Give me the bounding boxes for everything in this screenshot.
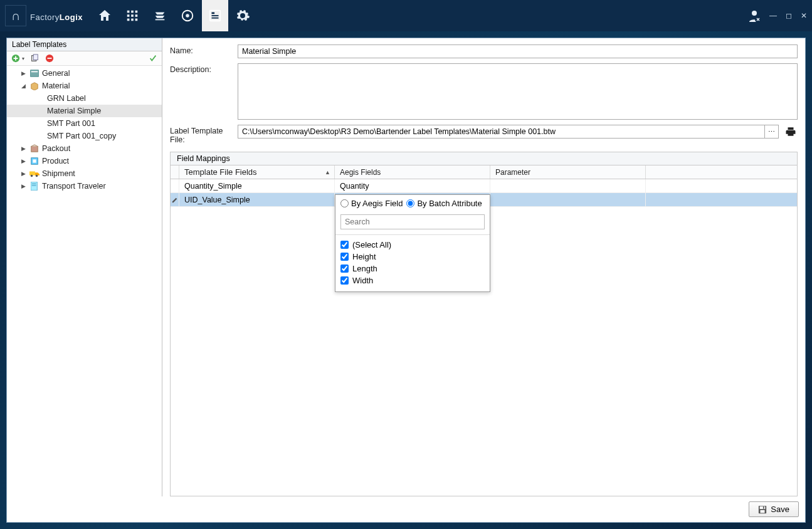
svg-rect-27 — [29, 171, 35, 175]
svg-rect-34 — [760, 506, 766, 508]
truck-icon — [29, 169, 40, 179]
tree-node[interactable]: ▶Transport Traveler — [7, 180, 162, 192]
tree-node[interactable]: ▶General — [7, 67, 162, 80]
tree-label: Transport Traveler — [42, 182, 106, 191]
tree-leaf[interactable]: Material Simple — [7, 105, 162, 117]
dropdown-option[interactable]: Length — [340, 263, 485, 275]
dropdown-option[interactable]: Width — [340, 275, 485, 286]
gear-icon[interactable] — [229, 0, 256, 31]
tree-label: Shipment — [42, 169, 75, 178]
description-input[interactable] — [238, 63, 798, 120]
svg-rect-3 — [127, 14, 130, 17]
check-icon[interactable] — [148, 53, 158, 63]
window-close[interactable]: ✕ — [801, 11, 807, 20]
parameter-cell[interactable] — [490, 193, 646, 206]
tree-node[interactable]: ▶Product — [7, 155, 162, 167]
target-icon[interactable] — [174, 0, 201, 31]
template-tree[interactable]: ▶General◢MaterialGRN LabelMaterial Simpl… — [7, 66, 162, 496]
dropdown-option[interactable]: Height — [340, 251, 485, 263]
template-field-cell[interactable]: UID_Value_Simple — [179, 193, 335, 206]
svg-rect-22 — [30, 70, 39, 77]
option-label: Width — [352, 276, 373, 285]
col-parameter[interactable]: Parameter — [490, 165, 646, 179]
left-panel-title: Label Templates — [7, 38, 162, 51]
pkg-icon — [29, 144, 40, 154]
save-button-label: Save — [771, 505, 789, 514]
add-icon[interactable] — [11, 53, 21, 63]
field-mappings: Field Mappings Template File Fields▲ Aeg… — [170, 152, 798, 496]
titlebar: ∩ FactoryLogix — ◻ ✕ — [0, 0, 812, 31]
tree-label: Material Simple — [47, 107, 101, 115]
tree-label: SMT Part 001 — [47, 119, 95, 128]
window-minimize[interactable]: — — [769, 11, 777, 20]
svg-rect-24 — [31, 147, 38, 152]
expander-icon[interactable]: ▶ — [19, 145, 27, 152]
radio-by-batch-attribute[interactable]: By Batch Attribute — [406, 199, 482, 208]
home-icon[interactable] — [92, 0, 118, 31]
col-aegis-fields[interactable]: Aegis Fields — [335, 165, 490, 179]
stack-icon[interactable] — [147, 0, 173, 31]
workspace: Label Templates ▾ ▶General◢MaterialGRN L… — [6, 38, 806, 523]
description-label: Description: — [170, 63, 238, 74]
expander-icon[interactable]: ◢ — [19, 83, 27, 89]
svg-rect-32 — [32, 185, 36, 186]
option-checkbox[interactable] — [340, 276, 349, 285]
col-template-fields[interactable]: Template File Fields▲ — [179, 165, 335, 179]
tree-label: Material — [42, 81, 70, 90]
mapping-row[interactable]: Quantity_SimpleQuantity — [171, 179, 797, 193]
save-icon — [758, 505, 767, 514]
grid-icon[interactable] — [119, 0, 145, 31]
card-icon — [29, 68, 40, 78]
svg-rect-1 — [131, 11, 134, 13]
option-label: Height — [352, 252, 376, 261]
aegis-field-cell[interactable]: Quantity — [335, 179, 490, 192]
doc-icon — [29, 181, 40, 191]
option-label: (Select All) — [352, 240, 391, 249]
tree-leaf[interactable]: SMT Part 001 — [7, 117, 162, 130]
app-logo: ∩ — [5, 5, 26, 26]
tree-node[interactable]: ▶Shipment — [7, 167, 162, 180]
save-button[interactable]: Save — [749, 501, 799, 517]
footer: Save — [7, 496, 805, 522]
svg-rect-6 — [127, 19, 130, 21]
tree-node[interactable]: ◢Material — [7, 80, 162, 92]
print-icon[interactable] — [784, 125, 798, 139]
svg-rect-36 — [763, 506, 764, 509]
option-checkbox[interactable] — [340, 264, 349, 273]
expander-icon[interactable]: ▶ — [19, 158, 27, 164]
tree-leaf[interactable]: SMT Part 001_copy — [7, 130, 162, 142]
window-maximize[interactable]: ◻ — [786, 11, 792, 20]
file-path-input[interactable] — [238, 125, 765, 139]
file-label: Label Template File: — [170, 125, 238, 144]
expander-icon[interactable]: ▶ — [19, 170, 27, 177]
dropdown-search-input[interactable] — [340, 214, 485, 229]
svg-rect-21 — [48, 58, 52, 59]
option-checkbox[interactable] — [340, 253, 349, 261]
dropdown-option[interactable]: (Select All) — [340, 239, 485, 251]
delete-icon[interactable] — [45, 53, 55, 63]
svg-rect-5 — [135, 14, 138, 17]
left-toolbar: ▾ — [7, 51, 162, 66]
svg-rect-7 — [131, 19, 134, 21]
aegis-field-dropdown[interactable]: By Aegis Field By Batch Attribute (Selec… — [335, 194, 490, 292]
tree-leaf[interactable]: GRN Label — [7, 92, 162, 105]
svg-point-29 — [36, 175, 38, 177]
expander-icon[interactable]: ▶ — [19, 70, 27, 76]
grid-header: Template File Fields▲ Aegis Fields Param… — [171, 165, 797, 179]
svg-rect-2 — [135, 11, 138, 13]
template-field-cell[interactable]: Quantity_Simple — [179, 179, 335, 192]
name-input[interactable] — [238, 45, 798, 58]
svg-rect-35 — [761, 510, 765, 512]
copy-icon[interactable] — [29, 53, 40, 63]
option-checkbox[interactable] — [340, 241, 349, 249]
browse-button[interactable]: ⋯ — [765, 125, 779, 139]
parameter-cell[interactable] — [490, 179, 646, 192]
user-icon[interactable] — [744, 0, 764, 31]
tree-node[interactable]: ▶Packout — [7, 142, 162, 155]
app-brand: FactoryLogix — [30, 9, 83, 23]
label-templates-panel: Label Templates ▾ ▶General◢MaterialGRN L… — [7, 38, 162, 496]
expander-icon[interactable]: ▶ — [19, 183, 27, 189]
radio-by-aegis-field[interactable]: By Aegis Field — [340, 199, 403, 208]
tree-label: SMT Part 001_copy — [47, 132, 116, 140]
templates-icon[interactable] — [202, 0, 228, 31]
